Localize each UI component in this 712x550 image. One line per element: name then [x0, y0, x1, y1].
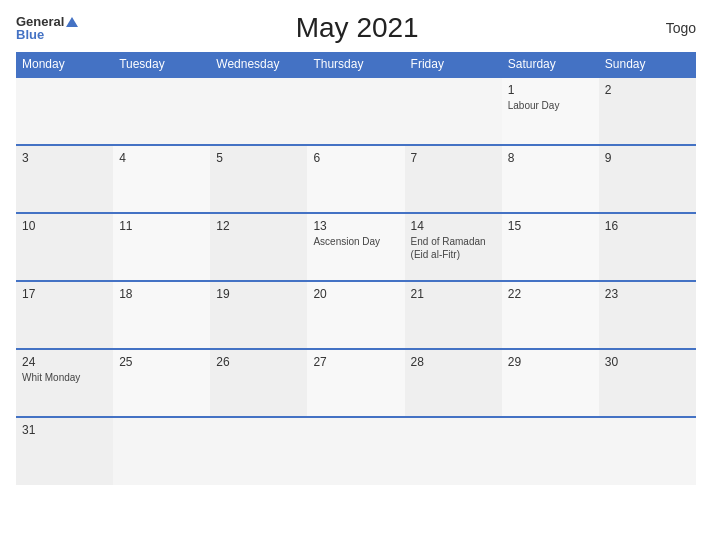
- calendar-week-row: 17181920212223: [16, 281, 696, 349]
- calendar-day-cell: 30: [599, 349, 696, 417]
- calendar-day-cell: 27: [307, 349, 404, 417]
- calendar-day-cell: 5: [210, 145, 307, 213]
- calendar-day-cell: 24Whit Monday: [16, 349, 113, 417]
- calendar-day-cell: 3: [16, 145, 113, 213]
- day-number: 18: [119, 287, 204, 301]
- day-number: 29: [508, 355, 593, 369]
- day-number: 14: [411, 219, 496, 233]
- day-number: 16: [605, 219, 690, 233]
- day-number: 19: [216, 287, 301, 301]
- calendar-day-cell: 8: [502, 145, 599, 213]
- header-sunday: Sunday: [599, 52, 696, 77]
- calendar-day-cell: [307, 77, 404, 145]
- calendar-day-cell: 12: [210, 213, 307, 281]
- calendar-page: General Blue May 2021 Togo Monday Tuesda…: [0, 0, 712, 550]
- calendar-day-cell: 15: [502, 213, 599, 281]
- calendar-week-row: 3456789: [16, 145, 696, 213]
- calendar-table: Monday Tuesday Wednesday Thursday Friday…: [16, 52, 696, 485]
- header-wednesday: Wednesday: [210, 52, 307, 77]
- calendar-week-row: 24Whit Monday252627282930: [16, 349, 696, 417]
- calendar-day-cell: 31: [16, 417, 113, 485]
- holiday-label: End of Ramadan (Eid al-Fitr): [411, 235, 496, 261]
- calendar-day-cell: [599, 417, 696, 485]
- day-number: 10: [22, 219, 107, 233]
- calendar-title: May 2021: [78, 12, 636, 44]
- day-number: 30: [605, 355, 690, 369]
- day-number: 7: [411, 151, 496, 165]
- calendar-day-cell: [307, 417, 404, 485]
- calendar-day-cell: [210, 417, 307, 485]
- logo-triangle-icon: [66, 17, 78, 27]
- calendar-day-cell: 14End of Ramadan (Eid al-Fitr): [405, 213, 502, 281]
- header-tuesday: Tuesday: [113, 52, 210, 77]
- calendar-day-cell: 25: [113, 349, 210, 417]
- weekday-header-row: Monday Tuesday Wednesday Thursday Friday…: [16, 52, 696, 77]
- calendar-day-cell: 23: [599, 281, 696, 349]
- day-number: 20: [313, 287, 398, 301]
- calendar-day-cell: [113, 417, 210, 485]
- day-number: 2: [605, 83, 690, 97]
- header-friday: Friday: [405, 52, 502, 77]
- holiday-label: Labour Day: [508, 99, 593, 112]
- day-number: 5: [216, 151, 301, 165]
- calendar-day-cell: 20: [307, 281, 404, 349]
- holiday-label: Ascension Day: [313, 235, 398, 248]
- calendar-day-cell: 28: [405, 349, 502, 417]
- day-number: 3: [22, 151, 107, 165]
- day-number: 24: [22, 355, 107, 369]
- day-number: 12: [216, 219, 301, 233]
- calendar-day-cell: 1Labour Day: [502, 77, 599, 145]
- day-number: 15: [508, 219, 593, 233]
- calendar-day-cell: 29: [502, 349, 599, 417]
- country-label: Togo: [636, 20, 696, 36]
- calendar-day-cell: 9: [599, 145, 696, 213]
- day-number: 4: [119, 151, 204, 165]
- calendar-day-cell: 19: [210, 281, 307, 349]
- day-number: 13: [313, 219, 398, 233]
- holiday-label: Whit Monday: [22, 371, 107, 384]
- day-number: 1: [508, 83, 593, 97]
- day-number: 11: [119, 219, 204, 233]
- day-number: 9: [605, 151, 690, 165]
- calendar-week-row: 1Labour Day2: [16, 77, 696, 145]
- day-number: 21: [411, 287, 496, 301]
- header: General Blue May 2021 Togo: [16, 12, 696, 44]
- calendar-day-cell: 13Ascension Day: [307, 213, 404, 281]
- calendar-day-cell: 10: [16, 213, 113, 281]
- day-number: 31: [22, 423, 107, 437]
- header-monday: Monday: [16, 52, 113, 77]
- calendar-day-cell: [405, 77, 502, 145]
- calendar-week-row: 10111213Ascension Day14End of Ramadan (E…: [16, 213, 696, 281]
- calendar-body: 1Labour Day2345678910111213Ascension Day…: [16, 77, 696, 485]
- calendar-day-cell: 7: [405, 145, 502, 213]
- day-number: 22: [508, 287, 593, 301]
- calendar-day-cell: 26: [210, 349, 307, 417]
- calendar-day-cell: 11: [113, 213, 210, 281]
- calendar-day-cell: 16: [599, 213, 696, 281]
- logo: General Blue: [16, 15, 78, 41]
- calendar-day-cell: 2: [599, 77, 696, 145]
- calendar-day-cell: 6: [307, 145, 404, 213]
- calendar-day-cell: 17: [16, 281, 113, 349]
- day-number: 8: [508, 151, 593, 165]
- calendar-week-row: 31: [16, 417, 696, 485]
- day-number: 27: [313, 355, 398, 369]
- day-number: 28: [411, 355, 496, 369]
- calendar-day-cell: [405, 417, 502, 485]
- day-number: 26: [216, 355, 301, 369]
- day-number: 23: [605, 287, 690, 301]
- calendar-day-cell: 18: [113, 281, 210, 349]
- day-number: 25: [119, 355, 204, 369]
- calendar-header: Monday Tuesday Wednesday Thursday Friday…: [16, 52, 696, 77]
- calendar-day-cell: [113, 77, 210, 145]
- day-number: 6: [313, 151, 398, 165]
- header-thursday: Thursday: [307, 52, 404, 77]
- calendar-day-cell: 22: [502, 281, 599, 349]
- header-saturday: Saturday: [502, 52, 599, 77]
- logo-blue-text: Blue: [16, 28, 78, 41]
- calendar-day-cell: 4: [113, 145, 210, 213]
- day-number: 17: [22, 287, 107, 301]
- calendar-day-cell: 21: [405, 281, 502, 349]
- calendar-day-cell: [16, 77, 113, 145]
- calendar-day-cell: [502, 417, 599, 485]
